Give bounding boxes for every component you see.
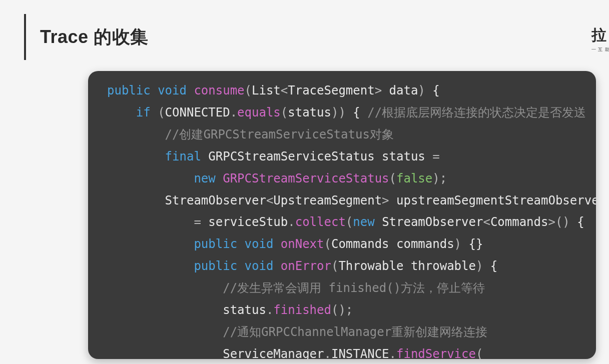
title-accent-bar xyxy=(24,14,26,60)
slide-title: Trace 的收集 xyxy=(40,25,149,50)
brand-logo: 拉 一 互 助 xyxy=(591,25,609,53)
brand-main: 拉 xyxy=(591,25,609,46)
code-pre: public void consume(List<TraceSegment> d… xyxy=(107,80,577,359)
brand-subtitle: 一 互 助 xyxy=(591,46,609,53)
code-block: public void consume(List<TraceSegment> d… xyxy=(88,71,596,359)
slide-title-wrap: Trace 的收集 xyxy=(24,14,149,60)
